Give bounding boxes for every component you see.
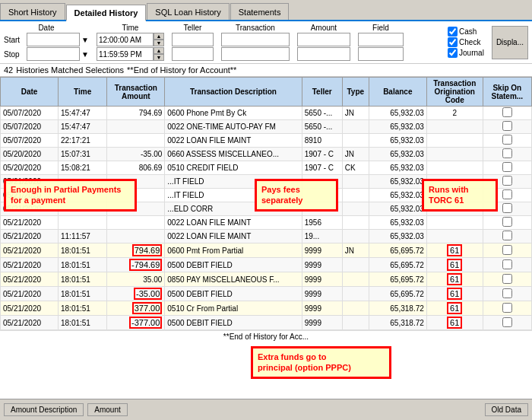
cell-date: 05/20/2020 xyxy=(1,148,59,161)
cell-toc xyxy=(426,161,483,175)
cell-type: JN xyxy=(342,148,369,161)
cell-date: 05/21/2020 xyxy=(1,287,59,301)
cell-balance: 65,695.72 xyxy=(369,243,426,258)
start-label: Start xyxy=(4,36,25,44)
status-bar: 42 Histories Matched Selections **End of… xyxy=(0,64,532,77)
start-date-input[interactable] xyxy=(27,33,80,46)
cell-balance: 65,932.03 xyxy=(369,148,426,161)
cell-balance: 65,695.72 xyxy=(369,258,426,272)
cell-toc: 2 xyxy=(426,107,483,120)
cell-time: 18:01:51 xyxy=(59,243,107,258)
cell-time: 18:01:51 xyxy=(59,301,107,316)
cell-balance: 65,695.72 xyxy=(369,272,426,287)
cell-teller xyxy=(302,202,342,216)
cell-type: CK xyxy=(342,161,369,175)
cell-desc: 0660 ASSESS MISCELLANEO... xyxy=(165,148,302,161)
cell-time: 11:11:57 xyxy=(59,230,107,243)
table-row: 05/07/2020 22:17:21 0022 LOAN FILE MAINT… xyxy=(1,134,532,148)
cell-balance: 65,932.03 xyxy=(369,216,426,230)
tab-detailed-history[interactable]: Detailed History xyxy=(66,5,147,21)
field-input2[interactable] xyxy=(358,47,404,61)
time-down-btn[interactable]: ▼ xyxy=(154,40,164,46)
cell-ta xyxy=(107,216,165,230)
main-wrapper: Short History Detailed History SQL Loan … xyxy=(0,0,532,420)
cell-balance: 65,932.03 xyxy=(369,175,426,189)
cell-ta: -35.00 xyxy=(107,287,165,301)
check-label: Check xyxy=(459,38,480,46)
header-balance: Balance xyxy=(369,78,426,107)
cell-desc: ...IT FIELD xyxy=(165,189,302,202)
cell-time: 18:01:51 xyxy=(59,287,107,301)
end-of-history: **End of History for Acc... xyxy=(0,330,532,342)
match-count: 42 xyxy=(4,65,13,75)
cell-type xyxy=(342,258,369,272)
cell-balance: 65,932.03 xyxy=(369,230,426,243)
cell-toc: 61 xyxy=(426,272,483,287)
field-input[interactable] xyxy=(358,33,404,46)
amount-label: Amount xyxy=(297,24,350,32)
cell-skip xyxy=(483,287,531,301)
teller-input[interactable] xyxy=(172,33,214,46)
cell-skip xyxy=(483,120,531,134)
cell-skip xyxy=(483,107,531,120)
amount-button[interactable]: Amount xyxy=(87,403,127,416)
cell-skip xyxy=(483,230,531,243)
table-row: 05/07/2020 15:47:47 0022 ONE-TIME AUTO-P… xyxy=(1,120,532,134)
journal-checkbox[interactable] xyxy=(448,48,458,58)
amount-desc-button[interactable]: Amount Description xyxy=(4,403,84,416)
check-checkbox[interactable] xyxy=(448,37,458,47)
time-up-btn2[interactable]: ▲ xyxy=(154,47,164,54)
time-label: Time xyxy=(97,24,164,32)
start-time-input[interactable] xyxy=(97,33,154,46)
stop-label: Stop xyxy=(4,50,25,59)
header-ta: TransactionAmount xyxy=(107,78,165,107)
tab-sql-loan-history[interactable]: SQL Loan History xyxy=(147,3,229,20)
cell-time xyxy=(59,175,107,189)
teller-input2[interactable] xyxy=(172,47,214,61)
header-skip: Skip On Statem... xyxy=(483,78,531,107)
cell-date: 05/07/2020 xyxy=(1,134,59,148)
cell-ta: -377.00 xyxy=(107,316,165,330)
tab-statements[interactable]: Statements xyxy=(230,3,290,20)
amount-input[interactable] xyxy=(297,33,350,46)
cell-toc: 61 xyxy=(426,258,483,272)
tab-short-history[interactable]: Short History xyxy=(0,3,65,20)
table-row: 05/21/2020 ...IT FIELD 65,932.03 xyxy=(1,189,532,202)
cell-date: 05/21/2020 xyxy=(1,202,59,216)
cash-checkbox[interactable] xyxy=(448,27,458,37)
cell-balance: 65,932.03 xyxy=(369,189,426,202)
old-data-button[interactable]: Old Data xyxy=(485,403,528,416)
table-container: Date Time TransactionAmount Transaction … xyxy=(0,77,532,404)
cell-skip xyxy=(483,134,531,148)
cell-toc: 61 xyxy=(426,287,483,301)
cell-time: 15:47:47 xyxy=(59,107,107,120)
cell-skip xyxy=(483,243,531,258)
time-up-btn[interactable]: ▲ xyxy=(154,33,164,40)
stop-time-input[interactable] xyxy=(97,47,154,61)
cell-date: 05/07/2020 xyxy=(1,107,59,120)
time-down-btn2[interactable]: ▼ xyxy=(154,54,164,61)
cell-toc: 61 xyxy=(426,243,483,258)
cell-date: 05/21/2020 xyxy=(1,243,59,258)
table-row: 05/21/2020 18:01:51 377.00 0510 Cr From … xyxy=(1,301,532,316)
journal-label: Journal xyxy=(459,49,484,57)
cell-desc: 0022 ONE-TIME AUTO-PAY FM xyxy=(165,120,302,134)
cell-skip xyxy=(483,161,531,175)
tab-bar: Short History Detailed History SQL Loan … xyxy=(0,0,532,21)
header-type: Type xyxy=(342,78,369,107)
header-date: Date xyxy=(1,78,59,107)
display-button[interactable]: Displa... xyxy=(492,26,528,59)
transaction-input[interactable] xyxy=(221,33,290,46)
cell-toc xyxy=(426,202,483,216)
cell-ta: 806.69 xyxy=(107,161,165,175)
cell-teller: 1907 - C xyxy=(302,161,342,175)
amount-input2[interactable] xyxy=(297,47,350,61)
table-row: 05/21/2020 ...IT FIELD 65,932.03 xyxy=(1,175,532,189)
transaction-input2[interactable] xyxy=(221,47,290,61)
stop-date-input[interactable] xyxy=(27,47,80,61)
cell-skip xyxy=(483,175,531,189)
cell-type xyxy=(342,301,369,316)
cell-balance: 65,932.03 xyxy=(369,161,426,175)
cell-date: 05/20/2020 xyxy=(1,161,59,175)
cell-toc xyxy=(426,148,483,161)
